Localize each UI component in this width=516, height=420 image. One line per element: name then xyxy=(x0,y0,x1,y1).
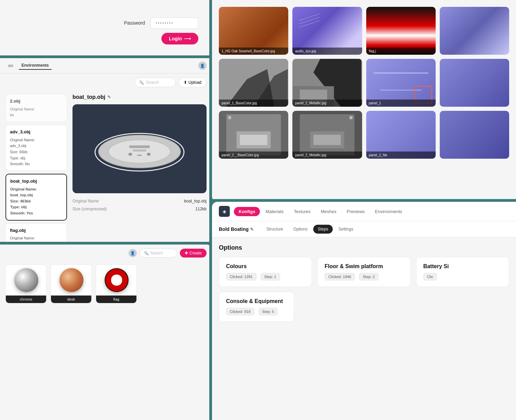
svg-rect-22 xyxy=(240,135,267,145)
divider-h3 xyxy=(212,199,516,202)
materials-toolbar: 👤 🔍 Search ✚ Create xyxy=(0,245,212,262)
konfig-subheader: Bold Boating ✎ Structure Options Steps S… xyxy=(212,221,516,237)
option-card-floor-swim[interactable]: Floor & Swim platform Clicked: 1846 Step… xyxy=(317,257,410,287)
konfig-subtab-structure[interactable]: Structure xyxy=(262,225,288,234)
konfig-header: ◈ Konfigs Materials Textures Meshes Prev… xyxy=(212,202,516,221)
konfig-subtab-settings[interactable]: Settings xyxy=(334,225,358,234)
divider-v1 xyxy=(209,0,212,202)
konfig-section-title: Options xyxy=(219,244,509,251)
texture-thumb-audio: audio_sys.jpg xyxy=(292,7,362,55)
mesh-edit-icon[interactable]: ✎ xyxy=(107,95,111,100)
texture-card-panel2-base[interactable]: panel_2__BaseColor.jpg xyxy=(219,111,288,159)
materials-panel: 👤 🔍 Search ✚ Create chrome desk flag xyxy=(0,245,212,420)
user-icon: 👤 xyxy=(198,62,207,70)
create-material-button[interactable]: ✚ Create xyxy=(180,249,207,258)
texture-card-audio[interactable]: audio_sys.jpg xyxy=(292,7,362,55)
option-card-floor-title: Floor & Swim platform xyxy=(325,263,403,270)
konfig-tab-previews[interactable]: Previews xyxy=(342,207,370,216)
konfig-subtab-options[interactable]: Options xyxy=(289,225,312,234)
colours-clicked-badge: Clicked: 1391 xyxy=(226,273,256,280)
texture-card-extra[interactable] xyxy=(440,7,509,55)
konfig-tab-environments[interactable]: Environments xyxy=(370,207,407,216)
option-card-colours-title: Colours xyxy=(226,263,305,270)
texture-card-panel1-base[interactable]: panel_1_BaseColor.jpg xyxy=(219,59,288,107)
audio-pattern-svg xyxy=(296,10,323,31)
flag-thumbnail xyxy=(96,265,137,296)
texture-card-panel1-2[interactable]: panel_1 xyxy=(366,59,436,107)
meshes-header: ws Environments 👤 xyxy=(0,58,212,74)
mesh-card-adv3[interactable]: adv_3.obj Original Name: adv_3.obj Size:… xyxy=(5,125,67,171)
svg-rect-7 xyxy=(137,155,142,156)
plus-icon: ✚ xyxy=(185,251,188,255)
flag-label: flag xyxy=(96,296,136,303)
konfig-tab-konfigs[interactable]: Konfigs xyxy=(234,207,260,216)
texture-thumb-flag-partial: flag.j xyxy=(366,7,436,55)
texture-thumb-panel1-base: panel_1_BaseColor.jpg xyxy=(219,59,288,107)
materials-search-box[interactable]: 🔍 Search xyxy=(140,249,177,258)
svg-line-9 xyxy=(299,17,320,24)
mesh-content: 2.obj Original Name: kb adv_3.obj Origin… xyxy=(0,91,212,245)
texture-card-flag-partial[interactable]: flag.j xyxy=(366,7,436,55)
svg-line-10 xyxy=(299,21,320,27)
konfig-tab-materials[interactable]: Materials xyxy=(261,207,288,216)
texture-thumb-oak: 1_HG Oak Seashell_BaseColor.jpg xyxy=(219,7,288,55)
svg-rect-26 xyxy=(314,135,341,145)
floor-clicked-badge: Clicked: 1846 xyxy=(325,273,355,280)
material-card-flag[interactable]: flag xyxy=(96,264,137,303)
material-card-desk[interactable]: desk xyxy=(51,264,92,303)
svg-rect-17 xyxy=(380,90,421,91)
textures-grid: 1_HG Oak Seashell_BaseColor.jpg audio_sy… xyxy=(219,7,509,159)
svg-rect-16 xyxy=(373,73,428,74)
texture-card-panel1-metallic[interactable]: panel_1_Metallic.jpg xyxy=(292,59,362,107)
konfig-panel: ◈ Konfigs Materials Textures Meshes Prev… xyxy=(212,202,516,420)
floor-step-badge: Step: 2 xyxy=(359,273,379,280)
texture-thumb-panel2-3: panel_2_Ne xyxy=(366,111,436,159)
texture-card-panel2-extra[interactable] xyxy=(440,111,509,159)
divider-h2 xyxy=(0,242,212,245)
option-cards-row-2: Console & Equipment Clicked: 918 Step: 5 xyxy=(219,292,509,322)
mesh-card-flag[interactable]: flag.obj Original Name: flag.obj Size: 2… xyxy=(5,223,67,245)
divider-h1 xyxy=(0,55,212,58)
svg-rect-3 xyxy=(129,145,150,148)
login-button[interactable]: Login ⟶ xyxy=(161,33,198,44)
texture-card-oak[interactable]: 1_HG Oak Seashell_BaseColor.jpg xyxy=(219,7,288,55)
mesh-search-box[interactable]: 🔍 Search xyxy=(135,78,176,87)
texture-thumb-panel2-extra xyxy=(440,111,509,159)
mesh-detail-panel: boat_top.obj ✎ Original Name xyxy=(67,94,207,245)
textures-panel: 1_HG Oak Seashell_BaseColor.jpg audio_sy… xyxy=(212,0,516,202)
konfig-tab-textures[interactable]: Textures xyxy=(289,207,315,216)
texture-thumb-extra xyxy=(440,7,509,55)
desk-thumbnail xyxy=(51,265,92,296)
konfig-subtab-steps[interactable]: Steps xyxy=(313,225,333,234)
tab-environments[interactable]: Environments xyxy=(19,62,52,70)
console-step-badge: Step: 5 xyxy=(259,308,278,315)
texture-card-panel2-metallic[interactable]: panel_2_Metallic.jpg xyxy=(292,111,362,159)
konfig-tab-meshes[interactable]: Meshes xyxy=(316,207,341,216)
breadcrumb-edit-icon[interactable]: ✎ xyxy=(250,227,254,232)
svg-line-8 xyxy=(299,14,320,21)
svg-rect-6 xyxy=(147,153,150,156)
texture-card-panel1-extra[interactable] xyxy=(440,59,509,107)
meshes-panel: ws Environments 👤 🔍 Search ⬆ Upload 2.ob… xyxy=(0,58,212,245)
option-card-battery[interactable]: Battery Si Clic xyxy=(416,257,509,287)
option-card-battery-meta: Clic xyxy=(423,273,502,280)
desk-label: desk xyxy=(51,296,91,303)
materials-grid: chrome desk flag xyxy=(0,262,212,306)
materials-user-icon: 👤 xyxy=(129,249,137,257)
option-card-colours[interactable]: Colours Clicked: 1391 Step: 1 xyxy=(219,257,312,287)
password-input[interactable]: •••••••• xyxy=(150,17,198,29)
mesh-preview xyxy=(72,104,207,193)
upload-button[interactable]: ⬆ Upload xyxy=(178,78,207,87)
texture-card-panel2-3[interactable]: panel_2_Ne xyxy=(366,111,436,159)
mesh-card-partial[interactable]: 2.obj Original Name: kb xyxy=(5,94,67,122)
divider-v2 xyxy=(209,199,212,420)
option-card-console[interactable]: Console & Equipment Clicked: 918 Step: 5 xyxy=(219,292,294,322)
svg-point-24 xyxy=(349,116,353,119)
konfig-sub-tabs: Structure Options Steps Settings xyxy=(262,225,358,234)
mesh-detail-original-name: Original Name boat_top.obj xyxy=(72,197,207,205)
mesh-card-boat-top[interactable]: boat_top.obj Original Name: boat_top.obj… xyxy=(5,174,67,221)
texture-thumb-panel2-base: panel_2__BaseColor.jpg xyxy=(219,111,288,159)
tab-ws[interactable]: ws xyxy=(5,62,16,69)
konfig-body: Options Colours Clicked: 1391 Step: 1 xyxy=(212,237,516,329)
material-card-chrome[interactable]: chrome xyxy=(5,264,47,303)
